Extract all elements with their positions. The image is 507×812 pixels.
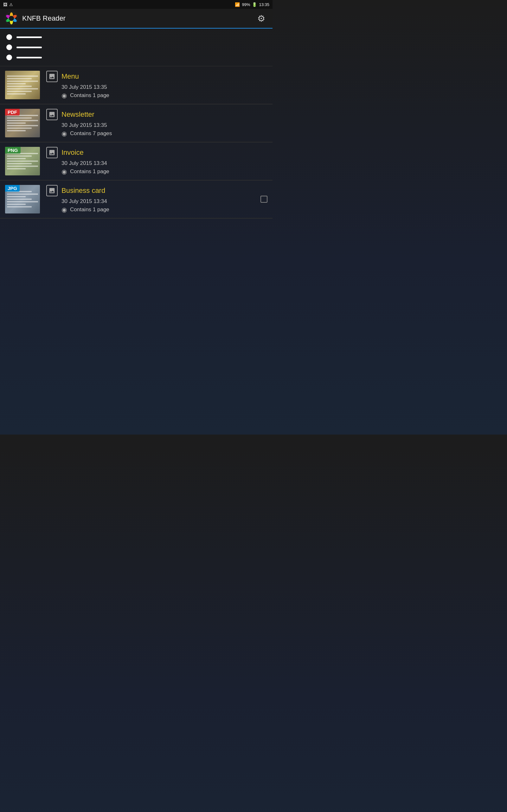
file-pages-invoice: Contains 1 page <box>70 168 109 175</box>
status-bar: 🖼 ⚠ 📶 99% 🔋 13:35 <box>0 0 273 9</box>
file-meta-row-invoice: ◉ Contains 1 page <box>61 168 268 175</box>
thumb-line <box>7 130 26 131</box>
menu-bar-3 <box>16 57 42 58</box>
file-badge-jpg: JPG <box>5 185 20 192</box>
selection-checkbox[interactable] <box>261 196 268 203</box>
menu-dot-3 <box>6 55 12 60</box>
app-logo <box>4 11 18 26</box>
thumb-line <box>7 194 38 195</box>
app-bar-left: KNFB Reader <box>4 11 66 26</box>
shutter-icon-menu: ◉ <box>61 92 67 99</box>
menu-line-1[interactable] <box>6 34 266 40</box>
file-badge-pdf: PDF <box>5 109 20 115</box>
thumb-line <box>7 86 32 87</box>
thumb-line <box>7 93 26 95</box>
file-date-invoice: 30 July 2015 13:34 <box>61 160 268 166</box>
file-info-newsletter: Newsletter 30 July 2015 13:35 ◉ Contains… <box>40 109 268 137</box>
thumb-line <box>7 75 38 77</box>
settings-button[interactable]: ⚙ <box>254 11 268 26</box>
thumb-line <box>7 91 32 92</box>
file-thumbnail-business-card: JPG <box>5 185 40 213</box>
file-meta-business-card: 30 July 2015 13:34 ◉ Contains 1 page <box>46 198 268 213</box>
file-header-menu: Menu <box>46 71 268 82</box>
thumb-line <box>7 168 26 169</box>
battery-icon: 🔋 <box>252 2 257 7</box>
thumb-line <box>7 122 26 124</box>
photo-icon: 🖼 <box>3 2 7 7</box>
file-info-business-card: Business card 30 July 2015 13:34 ◉ Conta… <box>40 185 268 213</box>
list-item[interactable]: JPG Business card 30 Ju <box>0 181 273 218</box>
thumb-line <box>7 199 32 200</box>
menu-dot-2 <box>6 44 12 50</box>
battery-text: 99% <box>242 2 250 7</box>
menu-dot-1 <box>6 34 12 40</box>
image-svg <box>49 149 55 156</box>
file-header-invoice: Invoice <box>46 147 268 158</box>
warning-icon: ⚠ <box>9 2 13 7</box>
list-item[interactable]: PDF Newsletter 30 July <box>0 104 273 142</box>
image-icon-menu <box>46 71 58 82</box>
thumb-line <box>7 204 26 205</box>
file-header-business-card: Business card <box>46 185 268 196</box>
gear-icon: ⚙ <box>257 13 265 24</box>
menu-section <box>0 29 273 66</box>
checkbox-area <box>261 196 268 203</box>
thumb-line <box>7 117 32 119</box>
thumb-line <box>7 196 26 197</box>
thumb-line <box>7 78 32 79</box>
thumb-line <box>7 128 32 129</box>
file-name-business-card: Business card <box>61 187 105 195</box>
thumb-line <box>7 158 26 159</box>
thumb-lines-menu <box>5 71 40 99</box>
image-icon-newsletter <box>46 109 58 120</box>
menu-bar-1 <box>16 37 42 38</box>
file-date-menu: 30 July 2015 13:35 <box>61 84 268 90</box>
app-bar: KNFB Reader ⚙ <box>0 9 273 29</box>
image-icon-business-card <box>46 185 58 196</box>
file-meta-row-menu: ◉ Contains 1 page <box>61 92 268 99</box>
thumb-line <box>7 160 38 162</box>
app-title: KNFB Reader <box>22 14 66 22</box>
image-svg <box>49 73 55 80</box>
file-badge-png: PNG <box>5 147 20 154</box>
thumb-line <box>7 155 32 157</box>
thumb-line <box>7 83 26 84</box>
file-name-menu: Menu <box>61 72 79 81</box>
file-meta-row-business-card: ◉ Contains 1 page <box>61 206 268 213</box>
thumb-line <box>7 165 38 167</box>
thumb-line <box>7 81 38 82</box>
file-pages-menu: Contains 1 page <box>70 92 109 99</box>
divider-4 <box>0 218 273 218</box>
image-svg <box>49 111 55 118</box>
thumb-line <box>7 88 38 90</box>
list-item[interactable]: PNG Invoice 30 July 201 <box>0 142 273 180</box>
menu-bar-2 <box>16 47 42 48</box>
file-name-invoice: Invoice <box>61 148 83 157</box>
file-thumbnail-newsletter: PDF <box>5 109 40 137</box>
file-info-invoice: Invoice 30 July 2015 13:34 ◉ Contains 1 … <box>40 147 268 175</box>
clock: 13:35 <box>259 2 269 7</box>
image-icon-invoice <box>46 147 58 158</box>
menu-line-2[interactable] <box>6 44 266 50</box>
file-pages-newsletter: Contains 7 pages <box>70 131 112 137</box>
file-meta-newsletter: 30 July 2015 13:35 ◉ Contains 7 pages <box>46 122 268 137</box>
file-meta-invoice: 30 July 2015 13:34 ◉ Contains 1 page <box>46 160 268 175</box>
svg-point-7 <box>9 16 14 21</box>
file-info-menu: Menu 30 July 2015 13:35 ◉ Contains 1 pag… <box>40 71 268 99</box>
shutter-icon-invoice: ◉ <box>61 168 67 175</box>
file-meta-menu: 30 July 2015 13:35 ◉ Contains 1 page <box>46 84 268 99</box>
thumb-line <box>7 125 38 126</box>
file-name-newsletter: Newsletter <box>61 110 95 119</box>
thumb-line <box>7 201 38 202</box>
thumb-line <box>7 120 38 121</box>
file-date-newsletter: 30 July 2015 13:35 <box>61 122 268 129</box>
file-pages-business-card: Contains 1 page <box>70 206 109 213</box>
menu-line-3[interactable] <box>6 55 266 60</box>
file-header-newsletter: Newsletter <box>46 109 268 120</box>
list-item[interactable]: Menu 30 July 2015 13:35 ◉ Contains 1 pag… <box>0 66 273 104</box>
shutter-icon-newsletter: ◉ <box>61 130 67 137</box>
status-bar-left: 🖼 ⚠ <box>3 2 13 7</box>
file-meta-row-newsletter: ◉ Contains 7 pages <box>61 130 268 137</box>
thumb-line <box>7 163 32 164</box>
shutter-icon-business-card: ◉ <box>61 206 67 213</box>
